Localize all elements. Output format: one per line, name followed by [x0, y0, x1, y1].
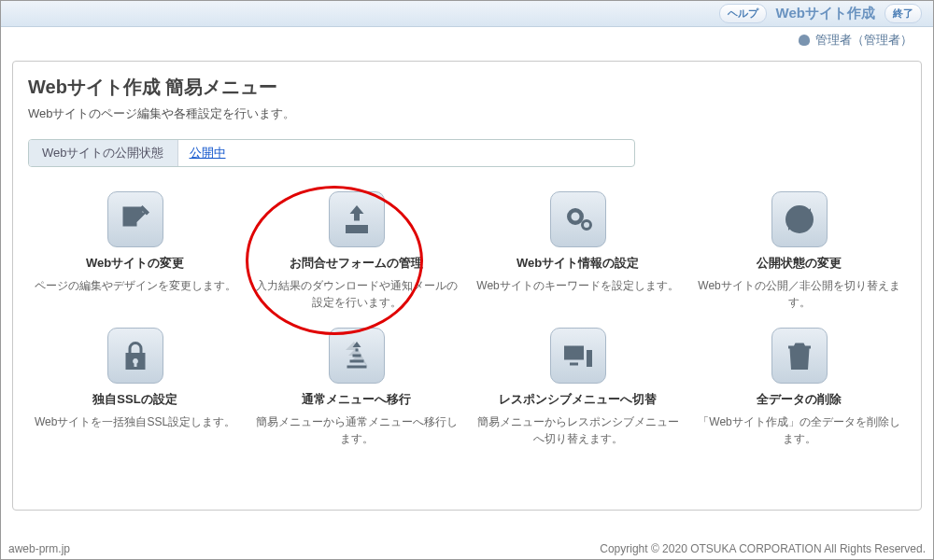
tile-title: Webサイトの変更: [34, 255, 236, 272]
tile-desc: Webサイトを一括独自SSL設定します。: [34, 413, 236, 430]
tile-contact-form[interactable]: お問合せフォームの管理 入力結果のダウンロードや通知メールの設定を行います。: [249, 188, 463, 315]
publish-status-label: Webサイトの公開状態: [29, 140, 178, 166]
tile-edit-website[interactable]: Webサイトの変更 ページの編集やデザインを変更します。: [28, 188, 242, 315]
lock-icon: [107, 328, 163, 384]
tile-title: 全データの削除: [698, 391, 900, 408]
tile-desc: Webサイトの公開／非公開を切り替えます。: [698, 277, 900, 311]
tile-title: 独自SSLの設定: [34, 391, 236, 408]
page-lead: Webサイトのページ編集や各種設定を行います。: [28, 105, 906, 122]
gears-icon: [550, 191, 606, 247]
tile-desc: 簡易メニューからレスポンシブメニューへ切り替えます。: [476, 413, 679, 447]
main-panel: Webサイト作成 簡易メニュー Webサイトのページ編集や各種設定を行います。 …: [12, 61, 922, 511]
publish-status-bar: Webサイトの公開状態 公開中: [28, 139, 635, 167]
tile-title: 公開状態の変更: [698, 255, 900, 272]
top-bar: ヘルプ Webサイト作成 終了: [1, 1, 933, 27]
download-inbox-icon: [329, 191, 385, 247]
tile-desc: Webサイトのキーワードを設定します。: [476, 277, 679, 294]
tile-ssl[interactable]: 独自SSLの設定 Webサイトを一括独自SSL設定します。: [28, 324, 242, 451]
trash-icon: [771, 328, 828, 384]
user-icon: [799, 35, 810, 46]
user-bar: 管理者（管理者）: [1, 27, 933, 53]
tile-site-info[interactable]: Webサイト情報の設定 Webサイトのキーワードを設定します。: [471, 188, 685, 315]
tile-title: お問合せフォームの管理: [255, 255, 458, 272]
app-title: Webサイト作成: [776, 5, 875, 22]
footer-right: Copyright © 2020 OTSUKA CORPORATION All …: [600, 542, 926, 555]
devices-icon: [550, 328, 606, 384]
steps-up-icon: [329, 328, 385, 384]
footer: aweb-prm.jp Copyright © 2020 OTSUKA CORP…: [8, 542, 926, 555]
tile-publish-state[interactable]: 公開状態の変更 Webサイトの公開／非公開を切り替えます。: [692, 188, 906, 315]
tile-desc: 「Webサイト作成」の全データを削除します。: [698, 413, 900, 447]
tile-desc: ページの編集やデザインを変更します。: [34, 277, 236, 294]
edit-pages-icon: [107, 191, 163, 247]
tile-normal-menu[interactable]: 通常メニューへ移行 簡易メニューから通常メニューへ移行します。: [249, 324, 463, 451]
globe-arrows-icon: [771, 191, 828, 247]
user-label: 管理者（管理者）: [815, 32, 913, 49]
tile-title: 通常メニューへ移行: [255, 391, 458, 408]
tile-title: Webサイト情報の設定: [476, 255, 679, 272]
tile-desc: 入力結果のダウンロードや通知メールの設定を行います。: [255, 277, 458, 311]
tile-desc: 簡易メニューから通常メニューへ移行します。: [255, 413, 458, 447]
tile-responsive-menu[interactable]: レスポンシブメニューへ切替 簡易メニューからレスポンシブメニューへ切り替えます。: [471, 324, 685, 451]
page-title: Webサイト作成 簡易メニュー: [28, 75, 906, 100]
help-button[interactable]: ヘルプ: [719, 4, 767, 23]
menu-grid: Webサイトの変更 ページの編集やデザインを変更します。 お問合せフォームの管理…: [28, 188, 906, 451]
tile-delete-all[interactable]: 全データの削除 「Webサイト作成」の全データを削除します。: [692, 324, 906, 451]
publish-status-link[interactable]: 公開中: [178, 145, 226, 161]
exit-button[interactable]: 終了: [884, 4, 922, 23]
tile-title: レスポンシブメニューへ切替: [476, 391, 679, 408]
footer-left: aweb-prm.jp: [8, 542, 70, 555]
